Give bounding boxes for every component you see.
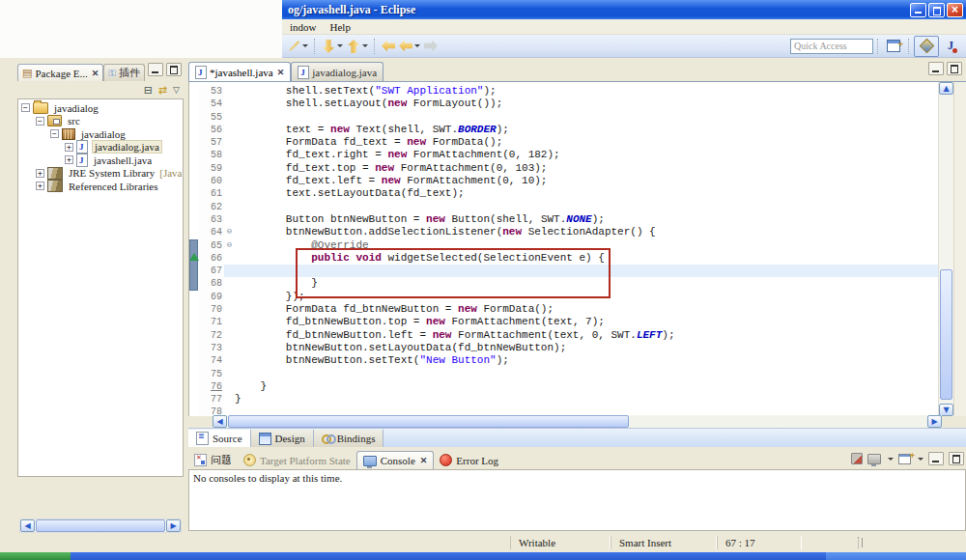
mark-occurrences-button[interactable]: [288, 40, 308, 52]
override-marker-icon[interactable]: [189, 253, 199, 261]
dropdown-caret-icon[interactable]: [888, 458, 894, 461]
tree-item[interactable]: −src: [18, 115, 183, 128]
tab-source[interactable]: Source: [188, 430, 251, 447]
close-tab-icon[interactable]: ✕: [420, 456, 428, 465]
fold-marker-icon[interactable]: ⊖: [224, 226, 235, 238]
scroll-thumb[interactable]: [36, 519, 165, 532]
code-line[interactable]: 58 fd_text.right = new FormAttachment(0,…: [189, 149, 966, 161]
console-tab[interactable]: Console✕: [356, 451, 435, 469]
maximize-console-button[interactable]: [949, 452, 964, 465]
expand-icon[interactable]: +: [65, 155, 73, 164]
open-console-icon[interactable]: [898, 454, 911, 464]
tree-item[interactable]: +javashell.java: [18, 154, 183, 167]
code-line[interactable]: 70 FormData fd_btnNewButton = new FormDa…: [189, 303, 966, 316]
code-line[interactable]: 73 btnNewButton.setLayoutData(fd_btnNewB…: [189, 342, 966, 354]
taskbar-tray[interactable]: [826, 552, 966, 560]
previous-annotation-button[interactable]: [347, 41, 368, 52]
open-perspective-button[interactable]: [885, 40, 902, 52]
code-line[interactable]: 76 }: [189, 380, 966, 393]
fold-marker-icon[interactable]: ⊖: [224, 239, 235, 252]
start-button-edge[interactable]: [0, 552, 71, 560]
scroll-thumb[interactable]: [940, 269, 952, 400]
collapse-icon[interactable]: −: [36, 117, 44, 126]
quick-access-input[interactable]: Quick Access: [790, 39, 873, 54]
code-line[interactable]: 72 fd_btnNewButton.left = new FormAttach…: [189, 329, 966, 342]
next-annotation-button[interactable]: [322, 41, 343, 52]
code-line[interactable]: 60 fd_text.left = new FormAttachment(0, …: [189, 175, 966, 187]
scroll-right-icon[interactable]: ▶: [166, 519, 181, 532]
menu-window[interactable]: indow: [290, 21, 317, 33]
editor-tab[interactable]: javadialog.java: [291, 62, 384, 81]
minimize-view-button[interactable]: [148, 63, 163, 76]
tree-item[interactable]: −javadialog: [18, 101, 183, 115]
code-line[interactable]: 64⊖ btnNewButton.addSelectionListener(ne…: [189, 226, 966, 238]
code-line[interactable]: 62: [189, 201, 966, 213]
maximize-editor-button[interactable]: [947, 62, 962, 75]
code-line[interactable]: 59 fd_text.top = new FormAttachment(0, 1…: [189, 162, 966, 175]
tree-item[interactable]: +javadialog.java: [18, 141, 183, 154]
code-line[interactable]: 71 fd_btnNewButton.top = new FormAttachm…: [189, 316, 966, 328]
window-titlebar[interactable]: og/javashell.java - Eclipse: [282, 0, 966, 19]
tree-item[interactable]: +JRE System Library[JavaSE-1.: [18, 167, 183, 181]
code-line[interactable]: 56 text = new Text(shell, SWT.BORDER);: [189, 124, 966, 136]
editor-tab[interactable]: *javashell.java✕: [188, 62, 291, 81]
scroll-right-icon[interactable]: ▶: [927, 415, 942, 428]
code-line[interactable]: 63 Button btnNewButton = new Button(shel…: [189, 213, 966, 226]
code-line[interactable]: 53 shell.setText("SWT Application");: [189, 85, 966, 98]
collapse-all-icon[interactable]: ⊟: [144, 84, 153, 97]
collapse-icon[interactable]: −: [50, 129, 59, 138]
console-tab[interactable]: 问题: [188, 451, 238, 469]
collapse-icon[interactable]: −: [21, 103, 30, 112]
close-tab-icon[interactable]: ✕: [92, 69, 99, 78]
menu-help[interactable]: Help: [330, 21, 351, 33]
tree-item[interactable]: −javadialog: [18, 127, 183, 141]
link-with-editor-icon[interactable]: ⇄: [158, 84, 167, 97]
taskbar[interactable]: [0, 552, 966, 560]
back-button[interactable]: [399, 41, 420, 52]
minimize-console-button[interactable]: [928, 452, 944, 465]
code-line[interactable]: 57 FormData fd_text = new FormData();: [189, 136, 966, 149]
console-tab[interactable]: Error Log: [434, 451, 504, 469]
scroll-up-icon[interactable]: ▲: [939, 82, 953, 95]
maximize-view-button[interactable]: [166, 63, 182, 76]
editor-hscrollbar[interactable]: ◀ ▶: [213, 415, 942, 428]
expand-icon[interactable]: +: [36, 182, 44, 190]
restore-window-button[interactable]: [928, 3, 945, 17]
pin-console-icon[interactable]: [851, 453, 863, 464]
code-line[interactable]: 77}: [189, 393, 966, 406]
code-line[interactable]: 54 shell.setLayout(new FormLayout());: [189, 98, 966, 110]
console-tab[interactable]: Target Platform State: [238, 451, 356, 469]
expand-icon[interactable]: +: [65, 143, 73, 152]
code-line[interactable]: 61 text.setLayoutData(fd_text);: [189, 187, 966, 200]
active-perspective-button[interactable]: [914, 36, 939, 57]
minimize-editor-button[interactable]: [928, 62, 944, 75]
close-tab-icon[interactable]: ✕: [277, 68, 285, 77]
overview-ruler[interactable]: [953, 82, 966, 416]
java-perspective-button[interactable]: J: [939, 37, 962, 56]
minimize-window-button[interactable]: [910, 3, 926, 17]
line-number: 64: [199, 226, 224, 238]
view-menu-icon[interactable]: ▽: [173, 85, 180, 95]
scroll-left-icon[interactable]: ◀: [213, 415, 227, 428]
code-line[interactable]: 55: [189, 111, 966, 124]
tab-package-explorer[interactable]: ▤ Package E... ✕: [17, 64, 103, 81]
editor-vscrollbar[interactable]: ▲ ▼: [938, 82, 954, 416]
tab-plugins[interactable]: ⚿ 插件: [103, 64, 145, 81]
code-segment: new: [407, 136, 426, 148]
close-window-button[interactable]: [947, 3, 963, 17]
display-console-icon[interactable]: [867, 454, 881, 464]
tab-design[interactable]: Design: [251, 430, 314, 447]
code-editor[interactable]: 53 shell.setText("SWT Application");54 s…: [188, 82, 966, 416]
package-explorer-hscrollbar[interactable]: ◀ ▶: [19, 518, 182, 533]
last-edit-location-button[interactable]: [382, 41, 395, 52]
tab-bindings[interactable]: Bindings: [314, 430, 384, 447]
expand-icon[interactable]: +: [36, 169, 44, 178]
code-line[interactable]: 75: [189, 368, 966, 380]
tree-item[interactable]: +Referenced Libraries: [18, 180, 183, 193]
code-line[interactable]: 74 btnNewButton.setText("New Button");: [189, 354, 966, 367]
forward-button[interactable]: [424, 41, 438, 52]
dropdown-caret-icon[interactable]: [918, 458, 923, 461]
fold-gutter: [224, 149, 235, 161]
scroll-thumb[interactable]: [228, 415, 629, 428]
scroll-left-icon[interactable]: ◀: [20, 519, 35, 532]
